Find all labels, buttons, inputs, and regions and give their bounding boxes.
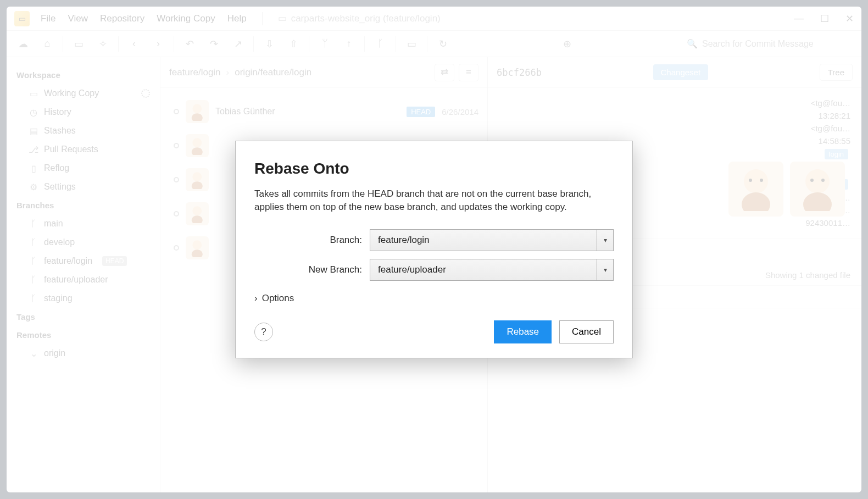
- branch-value: feature/login: [370, 235, 597, 246]
- dialog-footer: ? Rebase Cancel: [254, 320, 614, 343]
- options-toggle[interactable]: › Options: [254, 293, 614, 304]
- rebase-dialog: Rebase Onto Takes all commits from the H…: [235, 141, 633, 358]
- rebase-button[interactable]: Rebase: [494, 320, 552, 343]
- chevron-down-icon: ▾: [597, 230, 613, 251]
- chevron-right-icon: ›: [254, 293, 258, 304]
- options-label: Options: [262, 293, 294, 304]
- chevron-down-icon: ▾: [597, 259, 613, 280]
- new-branch-select[interactable]: feature/uploader ▾: [370, 259, 614, 281]
- branch-select[interactable]: feature/login ▾: [370, 229, 614, 251]
- dialog-title: Rebase Onto: [254, 160, 614, 178]
- cancel-button[interactable]: Cancel: [559, 320, 614, 343]
- new-branch-field-row: New Branch: feature/uploader ▾: [254, 259, 614, 281]
- branch-field-row: Branch: feature/login ▾: [254, 229, 614, 251]
- dialog-description: Takes all commits from the HEAD branch t…: [254, 187, 614, 214]
- branch-label: Branch:: [254, 235, 362, 246]
- help-button[interactable]: ?: [254, 323, 273, 341]
- new-branch-value: feature/uploader: [370, 264, 597, 275]
- modal-overlay: Rebase Onto Takes all commits from the H…: [0, 0, 868, 499]
- new-branch-label: New Branch:: [254, 264, 362, 275]
